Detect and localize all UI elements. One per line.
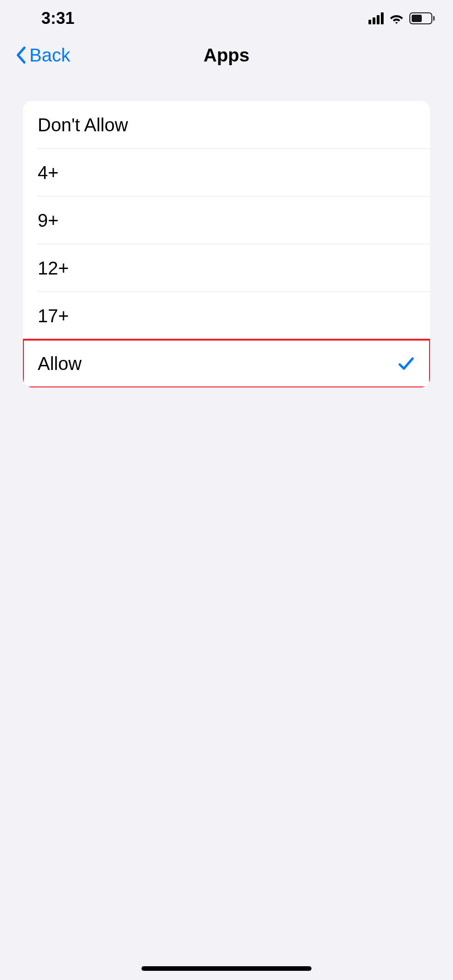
option-row[interactable]: 12+	[23, 244, 430, 292]
option-label: 12+	[38, 258, 69, 279]
option-row[interactable]: Allow	[23, 340, 430, 387]
chevron-left-icon	[14, 46, 28, 64]
option-row[interactable]: 4+	[23, 149, 430, 196]
option-label: Allow	[38, 353, 82, 374]
option-row[interactable]: 9+	[23, 196, 430, 244]
options-list: Don't Allow4+9+12+17+Allow	[23, 101, 430, 387]
status-bar: 3:31	[0, 0, 453, 32]
wifi-icon	[389, 13, 404, 24]
nav-bar: Back Apps	[0, 32, 453, 78]
option-row[interactable]: 17+	[23, 292, 430, 340]
option-label: 4+	[38, 162, 59, 183]
cellular-signal-icon	[368, 12, 384, 24]
home-indicator[interactable]	[142, 966, 311, 971]
option-label: Don't Allow	[38, 115, 128, 135]
status-indicators	[368, 12, 435, 24]
status-time: 3:31	[41, 9, 74, 28]
checkmark-icon	[397, 354, 415, 373]
battery-icon	[409, 12, 435, 24]
option-row[interactable]: Don't Allow	[23, 101, 430, 149]
back-label: Back	[29, 45, 70, 66]
back-button[interactable]: Back	[14, 45, 70, 66]
option-label: 9+	[38, 210, 59, 231]
option-label: 17+	[38, 306, 69, 326]
page-title: Apps	[204, 45, 249, 66]
